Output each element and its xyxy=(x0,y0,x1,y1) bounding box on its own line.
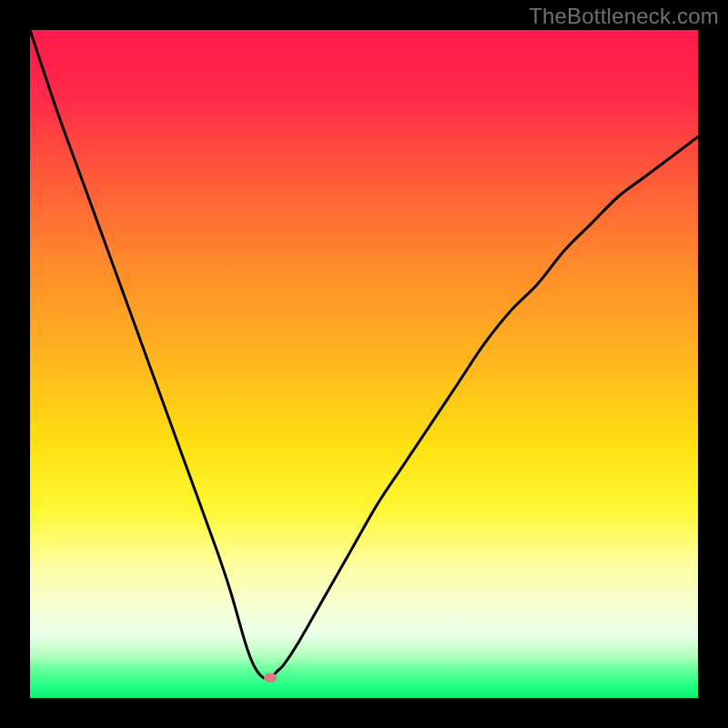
plot-area xyxy=(30,30,698,698)
watermark-text: TheBottleneck.com xyxy=(529,4,719,29)
optimal-marker xyxy=(264,673,277,682)
bottleneck-curve xyxy=(30,30,698,698)
chart-frame: TheBottleneck.com xyxy=(0,0,728,728)
